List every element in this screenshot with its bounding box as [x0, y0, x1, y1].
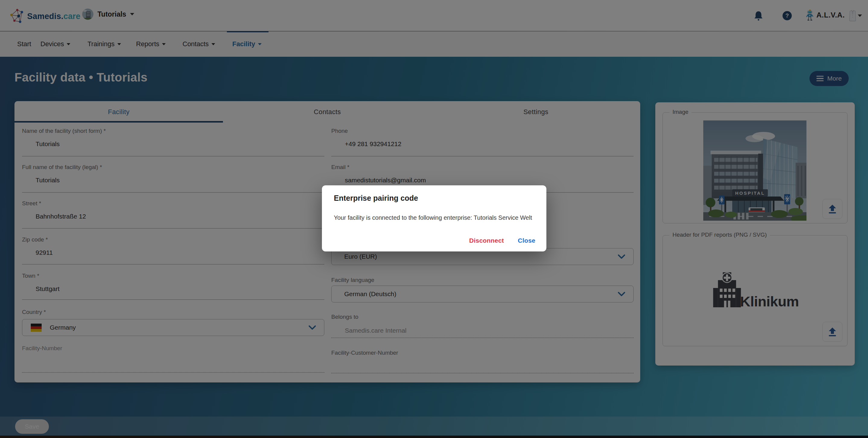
- dialog-message: Your facility is connected to the follow…: [334, 214, 539, 221]
- dialog-title: Enterprise pairing code: [334, 194, 418, 203]
- disconnect-button[interactable]: Disconnect: [469, 237, 504, 244]
- app-screen: Samedis.care Tutorials: [0, 0, 868, 438]
- dialog-actions: Disconnect Close: [469, 237, 535, 244]
- close-button[interactable]: Close: [518, 237, 535, 244]
- enterprise-pairing-dialog: Enterprise pairing code Your facility is…: [322, 185, 547, 252]
